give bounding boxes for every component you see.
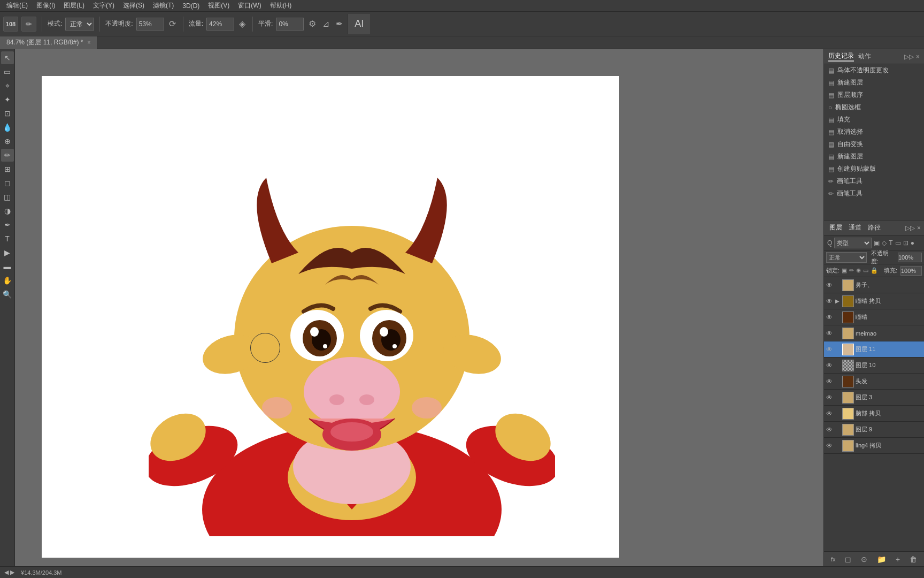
menu-text[interactable]: 文字(Y) <box>89 0 119 11</box>
history-item[interactable]: ▤ 图层顺序 <box>824 89 924 101</box>
actions-tab[interactable]: 动作 <box>858 52 871 61</box>
lock-transparent-icon[interactable]: ▣ <box>842 267 847 274</box>
path-select-tool[interactable]: ▶ <box>1 246 14 259</box>
filter-type-icon[interactable]: Q <box>827 239 832 247</box>
menu-filter[interactable]: 滤镜(T) <box>149 0 178 11</box>
lock-position-icon[interactable]: ⊕ <box>856 267 861 274</box>
history-item[interactable]: ✏ 画笔工具 <box>824 175 924 187</box>
layer-item-11[interactable]: 👁 图层 11 <box>824 341 924 358</box>
layer-fx-btn[interactable]: fx <box>831 556 836 562</box>
opacity-toggle-icon[interactable]: ⟳ <box>167 19 178 29</box>
history-item[interactable]: ▤ 创建剪贴蒙版 <box>824 163 924 175</box>
brush-tool[interactable]: ✏ <box>1 149 14 162</box>
filter-pixel-icon[interactable]: ▣ <box>874 239 880 247</box>
layer-item-pupil-copy[interactable]: 👁 ▶ 瞳晴 拷贝 <box>824 293 924 309</box>
shape-tool[interactable]: ▬ <box>1 260 14 273</box>
menu-window[interactable]: 窗口(W) <box>234 0 265 11</box>
history-item[interactable]: ▤ 填充 <box>824 113 924 126</box>
layer-item-ling4[interactable]: 👁 ling4 拷贝 <box>824 438 924 454</box>
tab-close-btn[interactable]: × <box>87 40 90 45</box>
layer-visibility-11[interactable]: 👁 <box>826 346 834 353</box>
menu-view[interactable]: 视图(V) <box>204 0 234 11</box>
layer-item-pupil[interactable]: 👁 瞳晴 <box>824 309 924 325</box>
zoom-tool[interactable]: 🔍 <box>1 288 14 301</box>
layer-visibility-nose[interactable]: 👁 <box>826 282 834 289</box>
opacity-input[interactable] <box>136 18 164 31</box>
lasso-tool[interactable]: ⌖ <box>1 79 14 92</box>
lock-all-icon[interactable]: 🔒 <box>871 267 878 274</box>
brush-tool-btn[interactable]: ✏ <box>21 17 36 32</box>
filter-text-icon[interactable]: T <box>889 239 892 247</box>
layer-visibility-eyebrow[interactable]: 👁 <box>826 330 834 337</box>
layer-arrow-pupil-copy[interactable]: ▶ <box>835 298 841 304</box>
opacity-value-input[interactable] <box>898 253 922 262</box>
layer-item-eyebrow[interactable]: 👁 meimao <box>824 325 924 341</box>
fill-value-input[interactable] <box>900 266 922 276</box>
filter-type-select[interactable]: 类型 <box>834 238 872 248</box>
active-tab[interactable]: 84.7% (图层 11, RGB/8#) * × <box>0 36 97 49</box>
eraser-tool[interactable]: ◻ <box>1 177 14 189</box>
rectangle-select-tool[interactable]: ▭ <box>1 65 14 78</box>
flow-input[interactable] <box>206 18 234 31</box>
filter-shape-icon[interactable]: ▭ <box>895 239 901 247</box>
layers-collapse-btn[interactable]: ▷▷ <box>905 224 915 232</box>
layer-visibility-10[interactable]: 👁 <box>826 362 834 369</box>
move-tool[interactable]: ↖ <box>1 51 14 64</box>
brush-size-icon[interactable]: 108 <box>3 17 18 32</box>
channels-tab[interactable]: 通道 <box>846 223 864 232</box>
layer-visibility-pupil-copy[interactable]: 👁 <box>826 298 834 305</box>
filter-smart-icon[interactable]: ⊡ <box>903 239 908 247</box>
layer-item-hair[interactable]: 👁 头发 <box>824 374 924 390</box>
ai-panel[interactable]: AI <box>348 14 370 34</box>
layer-visibility-3[interactable]: 👁 <box>826 394 834 401</box>
menu-image[interactable]: 图像(I) <box>32 0 59 11</box>
history-item[interactable]: ▤ 新建图层 <box>824 150 924 163</box>
layer-visibility-pupil[interactable]: 👁 <box>826 314 834 321</box>
layer-mask-btn[interactable]: ◻ <box>845 555 851 564</box>
layer-group-btn[interactable]: 📁 <box>877 555 886 564</box>
crop-tool[interactable]: ⊡ <box>1 107 14 120</box>
history-tab[interactable]: 历史记录 <box>828 51 854 62</box>
text-tool[interactable]: T <box>1 232 14 245</box>
history-item[interactable]: ▤ 新建图层 <box>824 77 924 89</box>
layer-item-9[interactable]: 👁 图层 9 <box>824 422 924 438</box>
settings-icon[interactable]: ⚙ <box>307 19 318 29</box>
menu-3d[interactable]: 3D(D) <box>178 1 204 11</box>
canvas-area[interactable] <box>15 49 823 566</box>
layer-visibility-9[interactable]: 👁 <box>826 426 834 434</box>
smooth-input[interactable] <box>276 18 304 31</box>
status-arrows[interactable]: ◀ ▶ <box>4 569 14 576</box>
blend-mode-select[interactable]: 正常 <box>826 252 867 263</box>
menu-edit[interactable]: 编辑(E) <box>2 0 32 11</box>
eyedropper-tool[interactable]: 💧 <box>1 121 14 134</box>
layers-close-btn[interactable]: × <box>917 224 921 232</box>
panel-collapse-btn[interactable]: ▷▷ <box>904 53 914 60</box>
history-item[interactable]: ▤ 鸟体不透明度更改 <box>824 64 924 77</box>
menu-help[interactable]: 帮助(H) <box>266 0 296 11</box>
pen-tool[interactable]: ✒ <box>1 218 14 231</box>
lock-paint-icon[interactable]: ✏ <box>849 267 854 274</box>
layer-item-10[interactable]: 👁 图层 10 <box>824 358 924 374</box>
layer-new-btn[interactable]: + <box>896 555 900 564</box>
menu-select[interactable]: 选择(S) <box>119 0 149 11</box>
layer-visibility-brain-copy[interactable]: 👁 <box>826 410 834 417</box>
filter-toggle-icon[interactable]: ● <box>911 239 914 247</box>
menu-layers[interactable]: 图层(L) <box>59 0 89 11</box>
magic-wand-tool[interactable]: ✦ <box>1 93 14 106</box>
lock-artboard-icon[interactable]: ▭ <box>863 267 868 274</box>
history-item[interactable]: ▤ 自由变换 <box>824 138 924 150</box>
history-item[interactable]: ○ 椭圆选框 <box>824 101 924 113</box>
layers-tab[interactable]: 图层 <box>827 223 844 232</box>
layer-visibility-hair[interactable]: 👁 <box>826 378 834 385</box>
dodge-tool[interactable]: ◑ <box>1 204 14 217</box>
layer-adjustment-btn[interactable]: ⊙ <box>861 555 867 564</box>
pen-icon[interactable]: ✒ <box>334 19 344 29</box>
stamp-tool[interactable]: ⊞ <box>1 163 14 176</box>
layer-delete-btn[interactable]: 🗑 <box>910 555 917 564</box>
hand-tool[interactable]: ✋ <box>1 274 14 287</box>
history-item[interactable]: ✏ 画笔工具 <box>824 187 924 200</box>
heal-tool[interactable]: ⊕ <box>1 135 14 148</box>
mode-select[interactable]: 正常 <box>65 18 94 31</box>
gradient-tool[interactable]: ◫ <box>1 191 14 203</box>
filter-adjust-icon[interactable]: ◇ <box>882 239 887 247</box>
